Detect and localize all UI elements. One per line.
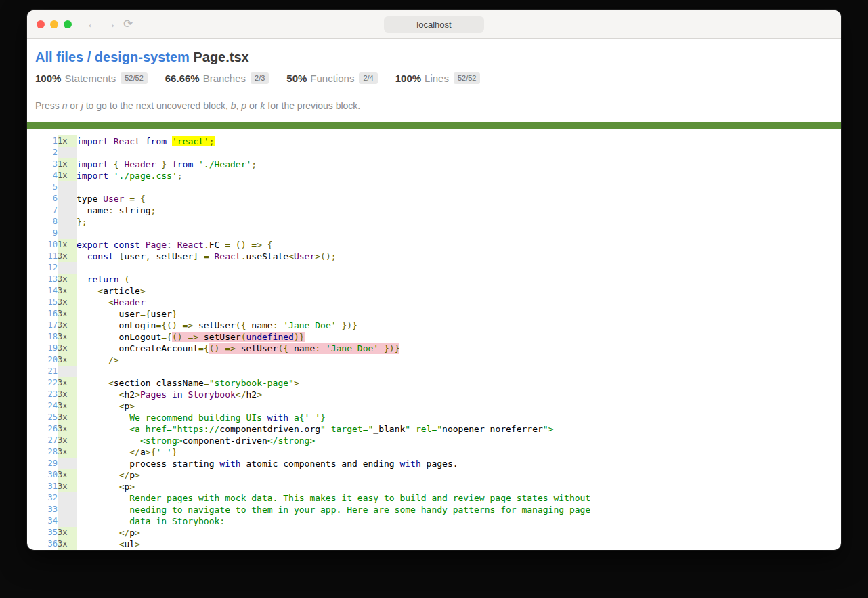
shortcut-key: b (231, 100, 236, 111)
code-text (77, 262, 833, 274)
code-line: 173x onLogin={() => setUser({ name: 'Jan… (35, 320, 833, 331)
hit-count (58, 181, 77, 193)
code-line: 12 (35, 262, 833, 274)
code-line: 313x <p> (35, 481, 833, 492)
code-line: 7 name: string; (35, 205, 833, 216)
hit-count: 3x (58, 400, 77, 412)
code-text: <strong>component-driven</strong> (77, 435, 833, 446)
zoom-button[interactable] (64, 20, 72, 28)
line-number: 18 (35, 331, 58, 343)
hit-count: 3x (58, 481, 77, 492)
code-text: user={user} (77, 308, 833, 320)
forward-icon[interactable]: → (105, 18, 116, 30)
hit-count: 3x (58, 285, 77, 297)
code-line: 31ximport { Header } from './Header'; (35, 158, 833, 170)
code-line: 273x <strong>component-driven</strong> (35, 435, 833, 446)
hit-count: 3x (58, 308, 77, 320)
hit-count: 3x (58, 446, 77, 458)
line-number: 7 (35, 205, 58, 216)
line-number: 21 (35, 366, 58, 377)
code-text: </p> (77, 527, 833, 538)
metric-branches: 66.66%Branches2/3 (165, 72, 269, 84)
hit-count (58, 262, 77, 274)
code-text: </p> (77, 469, 833, 481)
hit-count: 3x (58, 297, 77, 308)
hit-count (58, 492, 77, 504)
line-number: 27 (35, 435, 58, 446)
hit-count (58, 205, 77, 216)
line-number: 22 (35, 377, 58, 389)
line-number: 29 (35, 458, 58, 469)
code-text: Render pages with mock data. This makes … (77, 492, 833, 504)
traffic-lights (37, 20, 72, 28)
line-number: 12 (35, 262, 58, 274)
hit-count: 3x (58, 354, 77, 366)
line-number: 36 (35, 538, 58, 550)
breadcrumb: All files / design-system Page.tsx (35, 48, 833, 66)
coverage-status-bar (27, 122, 841, 129)
line-number: 13 (35, 274, 58, 285)
hit-count (58, 458, 77, 469)
code-line: 29 process starting with atomic componen… (35, 458, 833, 469)
line-number: 32 (35, 492, 58, 504)
code-text: import React from 'react'; (77, 135, 833, 147)
back-icon[interactable]: ← (87, 18, 98, 30)
metric-statements: 100%Statements52/52 (35, 72, 148, 84)
minimize-button[interactable] (50, 20, 58, 28)
line-number: 11 (35, 251, 58, 262)
code-text: onLogin={() => setUser({ name: 'Jane Doe… (77, 320, 833, 331)
line-number: 4 (35, 170, 58, 181)
line-number: 15 (35, 297, 58, 308)
line-number: 2 (35, 147, 58, 158)
code-text: <h2>Pages in Storybook</h2> (77, 389, 833, 400)
code-line: 153x <Header (35, 297, 833, 308)
code-line: 33 needing to navigate to them in your a… (35, 504, 833, 515)
code-line: 163x user={user} (35, 308, 833, 320)
code-text: </a>{' '} (77, 446, 833, 458)
address-bar[interactable]: localhost (384, 16, 484, 33)
code-text: export const Page: React.FC = () => { (77, 239, 833, 251)
line-number: 9 (35, 228, 58, 239)
breadcrumb-design-system[interactable]: design-system (95, 49, 190, 64)
code-line: 203x /> (35, 354, 833, 366)
hit-count: 3x (58, 435, 77, 446)
source-code-area: 11ximport React from 'react';2 31ximport… (35, 129, 833, 550)
code-text: onLogout={() => setUser(undefined)} (77, 331, 833, 343)
line-number: 25 (35, 412, 58, 423)
code-text: onCreateAccount={() => setUser({ name: '… (77, 343, 833, 354)
metric-percentage: 66.66% (165, 72, 200, 84)
code-text: <a href="https://componentdriven.org" ta… (77, 423, 833, 435)
code-line: 34 data in Storybook: (35, 515, 833, 527)
hit-count: 3x (58, 423, 77, 435)
line-number: 30 (35, 469, 58, 481)
help-text-fragment: for the previous block. (265, 100, 360, 111)
breadcrumb-current-file: Page.tsx (190, 49, 249, 64)
coverage-report: All files / design-system Page.tsx 100%S… (27, 39, 841, 550)
page-background: { "browser": { "url": "localhost", "nav"… (0, 0, 868, 598)
code-line: 183x onLogout={() => setUser(undefined)} (35, 331, 833, 343)
code-text: const [user, setUser] = React.useState<U… (77, 251, 833, 262)
code-line: 101xexport const Page: React.FC = () => … (35, 239, 833, 251)
metric-percentage: 100% (35, 72, 61, 84)
metric-label: Lines (425, 72, 449, 84)
hit-count (58, 147, 77, 158)
hit-count: 3x (58, 343, 77, 354)
line-number: 1 (35, 135, 58, 147)
hit-count: 1x (58, 135, 77, 147)
line-number: 6 (35, 193, 58, 205)
code-line: 193x onCreateAccount={() => setUser({ na… (35, 343, 833, 354)
code-text: <section className="storybook-page"> (77, 377, 833, 389)
code-line: 11ximport React from 'react'; (35, 135, 833, 147)
line-number: 3 (35, 158, 58, 170)
help-text-fragment: or (246, 100, 260, 111)
breadcrumb-all-files[interactable]: All files (35, 49, 83, 64)
close-button[interactable] (37, 20, 45, 28)
code-line: 21 (35, 366, 833, 377)
hit-count: 1x (58, 170, 77, 181)
line-number: 24 (35, 400, 58, 412)
code-text: data in Storybook: (77, 515, 833, 527)
hit-count (58, 515, 77, 527)
code-text: <Header (77, 297, 833, 308)
coverage-table: 11ximport React from 'react';2 31ximport… (35, 135, 833, 550)
reload-icon[interactable]: ⟳ (123, 18, 133, 30)
